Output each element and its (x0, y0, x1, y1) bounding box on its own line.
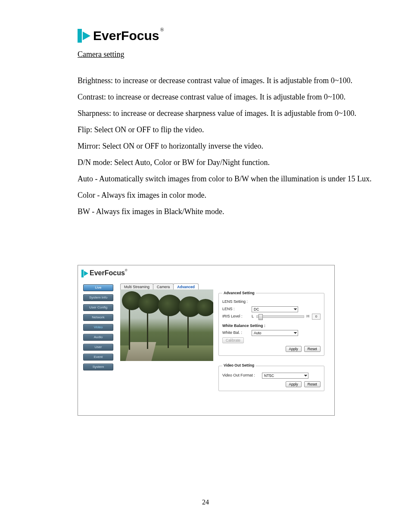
sidebar-item-user[interactable]: User (83, 344, 113, 351)
sidebar: Live System Info User Config Network Vid… (83, 284, 113, 370)
video-out-format-label: Video Out Format : (222, 373, 259, 379)
advanced-legend: Advanced Setting (222, 290, 256, 296)
sidebar-item-user-config[interactable]: User Config (83, 304, 113, 311)
video-out-reset-button[interactable]: Reset (304, 381, 321, 387)
body-text: Brightness: to increase or decrease cont… (78, 75, 372, 218)
video-out-apply-button[interactable]: Apply (286, 381, 302, 387)
white-balance-select[interactable]: Auto (252, 330, 298, 336)
settings-panel: Advanced Setting LENS Setting : LENS : D… (218, 290, 324, 398)
sidebar-item-live[interactable]: Live (83, 284, 113, 291)
para-dnmode: D/N mode: Select Auto, Color or BW for D… (78, 157, 372, 169)
slider-thumb-icon[interactable] (258, 314, 263, 320)
page-number: 24 (0, 498, 411, 506)
app-mark-icon (81, 270, 88, 277)
iris-label: IRIS Level : (222, 314, 249, 320)
sidebar-item-video[interactable]: Video (83, 324, 113, 331)
iris-high-label: H (307, 314, 310, 320)
lens-setting-label: LENS Setting : (222, 299, 321, 305)
para-dn-auto: Auto - Automatically switch images from … (78, 173, 372, 185)
para-sharpness: Sharpness: to increase or decrease sharp… (78, 108, 372, 120)
white-balance-setting-label: White Balance Setting : (222, 323, 321, 329)
para-dn-bw: BW - Always fix images in Black/White mo… (78, 206, 372, 218)
sidebar-item-audio[interactable]: Audio (83, 334, 113, 341)
brand-word: EverFocus® (93, 26, 164, 46)
video-out-setting-group: Video Out Setting Video Out Format : NTS… (218, 363, 324, 391)
section-title: Camera setting (78, 49, 372, 61)
app-logo: EverFocus® (81, 268, 128, 279)
calibrate-button[interactable]: Calibrate (222, 337, 244, 343)
video-out-format-select[interactable]: NTSC (262, 373, 308, 379)
para-brightness: Brightness: to increase or decrease cont… (78, 75, 372, 87)
lens-label: LENS : (222, 306, 249, 312)
brand-mark-icon (78, 29, 90, 43)
para-contrast: Contrast: to increase or decrease contra… (78, 91, 372, 103)
video-out-legend: Video Out Setting (222, 363, 255, 368)
white-balance-label: White Bal. : (222, 330, 249, 336)
advanced-setting-group: Advanced Setting LENS Setting : LENS : D… (218, 290, 324, 356)
lens-select[interactable]: DC (252, 306, 298, 312)
iris-value: 0 (312, 314, 321, 320)
sidebar-item-system[interactable]: System (83, 364, 113, 370)
sidebar-item-event[interactable]: Event (83, 354, 113, 361)
video-preview (120, 289, 213, 361)
brand-logo: EverFocus® (78, 26, 372, 46)
advanced-apply-button[interactable]: Apply (286, 346, 302, 352)
iris-slider[interactable] (256, 315, 304, 318)
para-mirror: Mirror: Select ON or OFF to horizontally… (78, 140, 372, 152)
sidebar-item-system-info[interactable]: System Info (83, 294, 113, 301)
advanced-reset-button[interactable]: Reset (304, 346, 321, 352)
para-dn-color: Color - Always fix images in color mode. (78, 190, 372, 202)
app-brand-word: EverFocus® (90, 268, 128, 279)
embedded-screenshot: EverFocus® Live System Info User Config … (78, 265, 335, 416)
iris-low-label: L (252, 314, 254, 320)
para-flip: Flip: Select ON or OFF to flip the video… (78, 124, 372, 136)
sidebar-item-network[interactable]: Network (83, 314, 113, 321)
